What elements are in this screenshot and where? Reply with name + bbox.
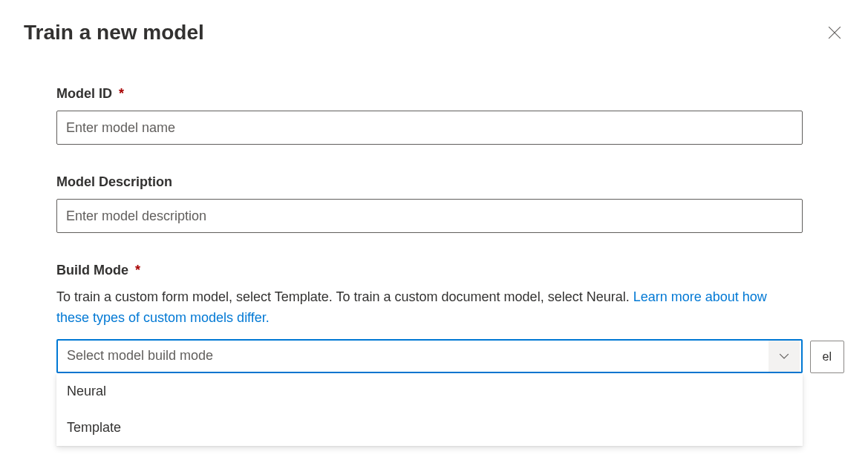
model-description-group: Model Description [56,174,803,233]
dropdown-option-neural[interactable]: Neural [56,373,803,410]
model-id-label-text: Model ID [56,86,112,101]
dropdown-option-template[interactable]: Template [56,410,803,446]
cancel-button[interactable]: el [810,341,844,373]
close-button[interactable] [825,23,844,42]
build-mode-select-placeholder: Select model build mode [67,348,213,364]
build-mode-label: Build Mode * [56,263,803,278]
form-container: Model ID * Model Description Build Mode … [24,86,844,373]
help-text-prefix: To train a custom form model, select Tem… [56,289,633,304]
build-mode-help-text: To train a custom form model, select Tem… [56,287,803,329]
required-asterisk: * [135,263,140,278]
dialog-title: Train a new model [24,21,204,45]
chevron-down-icon [779,351,789,361]
select-caret [769,341,800,372]
model-id-input[interactable] [56,111,803,145]
build-mode-group: Build Mode * To train a custom form mode… [56,263,803,373]
build-mode-select-wrapper: Select model build mode Neural Template [56,339,803,373]
model-id-group: Model ID * [56,86,803,145]
dialog-footer: el [810,341,844,373]
close-icon [828,26,841,39]
model-id-label: Model ID * [56,86,803,102]
model-description-input[interactable] [56,199,803,233]
dialog-header: Train a new model [24,21,844,45]
build-mode-select[interactable]: Select model build mode [56,339,803,373]
build-mode-label-text: Build Mode [56,263,128,278]
required-asterisk: * [119,86,124,101]
train-model-dialog: Train a new model Model ID * Model Descr… [0,0,868,394]
build-mode-dropdown: Neural Template [56,373,803,446]
model-description-label: Model Description [56,174,803,190]
